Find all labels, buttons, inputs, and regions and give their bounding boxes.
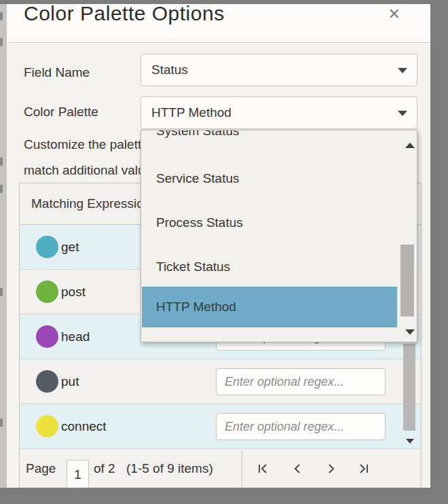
page-of-label: of 2 [94,449,115,488]
underlying-window-edge [0,4,7,488]
value-label: connect [61,404,107,448]
color-palette-selected-value: HTTP Method [151,97,231,128]
previous-page-icon [291,463,303,475]
items-range-label: (1-5 of 9 items) [126,449,213,488]
dropdown-item-ticket-status[interactable]: Ticket Status [142,245,397,289]
edge-tick [0,185,3,193]
next-page-button[interactable] [325,449,337,488]
grid-scroll-down-icon[interactable] [406,439,414,444]
value-label: head [61,314,90,359]
regex-input[interactable] [216,368,386,395]
value-label: post [61,270,86,314]
edge-tick [0,418,3,427]
regex-input[interactable] [216,413,386,440]
color-palette-options-dialog: Color Palette Options ✕ Field Name Statu… [7,4,430,488]
field-name-label: Field Name [24,65,90,80]
screenshot-stage: Color Palette Options ✕ Field Name Statu… [0,0,448,504]
last-page-button[interactable] [358,449,370,488]
color-palette-select[interactable]: HTTP Method [141,96,417,129]
value-label: put [61,359,79,403]
color-palette-dropdown-list: System StatusService StatusProcess Statu… [141,130,417,342]
description-line-2: match additional values [24,163,141,178]
field-name-selected-value: Status [151,54,188,86]
first-page-button[interactable] [257,449,269,488]
dropdown-scrollbar-thumb[interactable] [400,245,414,317]
page-label: Page [26,449,56,488]
color-swatch-icon[interactable] [36,236,58,258]
dropdown-scroll-down-icon[interactable] [405,329,415,335]
chevron-down-icon [398,111,407,116]
edge-tick [0,38,3,46]
table-row-put: put [20,359,421,404]
dialog-title: Color Palette Options [24,4,225,27]
field-name-select[interactable]: Status [141,54,417,86]
grid-scrollbar-thumb[interactable] [403,344,415,431]
dropdown-item-service-status[interactable]: Service Status [142,157,397,200]
dropdown-item-http-method[interactable]: HTTP Method [142,287,397,327]
chevron-down-icon [398,68,407,73]
color-swatch-icon[interactable] [36,415,58,437]
first-page-icon [257,463,269,475]
last-page-icon [358,463,370,475]
color-swatch-icon[interactable] [36,325,58,348]
table-row-connect: connect [20,404,421,449]
edge-tick [0,288,3,296]
color-palette-label: Color Palette [24,105,98,120]
dropdown-item-system-status[interactable]: System Status [142,130,397,153]
value-label: get [61,225,79,269]
edge-tick [0,12,3,20]
previous-page-button[interactable] [291,449,303,488]
dialog-titlebar: Color Palette Options ✕ [7,4,430,43]
pagination-divider [242,450,242,488]
page-number-input[interactable] [67,460,89,488]
color-swatch-icon[interactable] [36,370,58,393]
color-swatch-icon[interactable] [36,281,58,303]
description-line-1: Customize the palette [24,137,141,152]
dropdown-scroll-up-icon[interactable] [405,143,415,148]
close-icon[interactable]: ✕ [388,5,400,23]
edge-tick [0,158,3,166]
dropdown-item-process-status[interactable]: Process Status [142,201,397,245]
pagination-bar: Page of 2 (1-5 of 9 items) [20,449,421,488]
next-page-icon [325,463,337,475]
